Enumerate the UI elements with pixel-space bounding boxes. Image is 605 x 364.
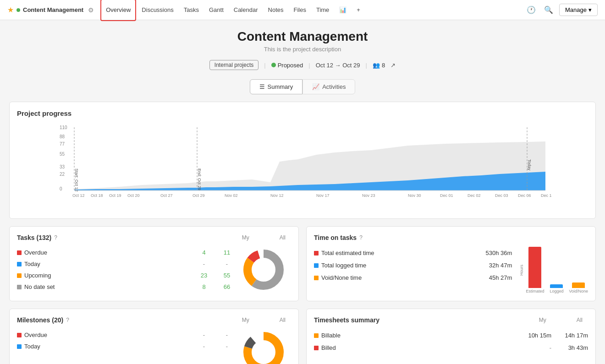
task-row-today: Today - - bbox=[17, 258, 236, 270]
bar-logged-rect bbox=[550, 284, 563, 288]
svg-text:55: 55 bbox=[60, 152, 65, 157]
ts-row-billed: Billed - 3h 43m bbox=[314, 342, 588, 354]
bar-void-rect bbox=[572, 283, 585, 288]
svg-text:Nov 17: Nov 17 bbox=[316, 193, 330, 198]
task-row-overdue: Overdue 4 11 bbox=[17, 247, 236, 258]
bar-void: Void/None bbox=[569, 283, 588, 293]
tasks-all-col: All bbox=[280, 234, 286, 241]
billable-dot bbox=[314, 333, 319, 338]
nav-overview[interactable]: Overview bbox=[100, 0, 136, 21]
svg-text:Oct 19: Oct 19 bbox=[109, 193, 121, 198]
end-label: End: Oct 29 bbox=[197, 168, 202, 190]
logged-value: 32h 47m bbox=[489, 262, 512, 269]
svg-text:Oct 29: Oct 29 bbox=[192, 193, 205, 198]
task-row-upcoming: Upcoming 23 55 bbox=[17, 270, 236, 281]
billable-my: 10h 15m bbox=[515, 332, 551, 339]
tasks-card: Tasks (132) ? My All Overdue 4 11 bbox=[9, 226, 299, 301]
tasks-card-header: Tasks (132) ? My All bbox=[17, 234, 291, 241]
history-icon[interactable]: 🕐 bbox=[524, 3, 538, 17]
progress-chart-svg: 110 88 77 55 33 22 0 Start: Oct 12 End: … bbox=[17, 123, 588, 210]
tasks-donut-svg bbox=[241, 247, 286, 293]
timesheets-my-col: My bbox=[539, 317, 546, 323]
void-dot bbox=[314, 276, 319, 280]
tab-activities[interactable]: 📈 Activities bbox=[302, 79, 355, 94]
nav-tasks[interactable]: Tasks bbox=[179, 0, 204, 20]
members-number: 8 bbox=[382, 62, 385, 69]
milestones-donut-area bbox=[236, 329, 291, 364]
milestones-help-icon[interactable]: ? bbox=[66, 317, 69, 323]
billed-label: Billed bbox=[321, 344, 515, 351]
today-label: Today bbox=[24, 261, 190, 267]
ms-today-my: - bbox=[190, 343, 218, 350]
time-help-icon[interactable]: ? bbox=[359, 234, 363, 241]
gear-icon[interactable]: ⚙ bbox=[88, 6, 94, 14]
today-my: - bbox=[190, 261, 218, 267]
progress-card-title: Project progress bbox=[17, 109, 588, 117]
activities-tab-label: Activities bbox=[322, 83, 346, 90]
milestones-my-col: My bbox=[242, 317, 249, 323]
nav-discussions[interactable]: Discussions bbox=[137, 0, 178, 20]
time-title: Time on tasks bbox=[314, 234, 357, 241]
today-all: - bbox=[218, 261, 236, 267]
tasks-help-icon[interactable]: ? bbox=[54, 234, 57, 241]
void-value: 45h 27m bbox=[489, 274, 512, 281]
milestones-title: Milestones (20) bbox=[17, 316, 63, 324]
billed-dot bbox=[314, 346, 319, 350]
ms-overdue-label: Overdue bbox=[24, 331, 190, 338]
svg-point-29 bbox=[253, 341, 275, 363]
timesheets-list: Billable 10h 15m 14h 17m Billed - 3h 43m bbox=[314, 329, 588, 354]
upcoming-all: 55 bbox=[218, 272, 236, 279]
bar-estimated-rect bbox=[528, 247, 541, 288]
tab-summary[interactable]: ☰ Summary bbox=[250, 79, 303, 94]
edit-icon[interactable]: ↗ bbox=[390, 62, 396, 69]
tabs-row: ☰ Summary 📈 Activities bbox=[9, 79, 596, 94]
nav-files[interactable]: Files bbox=[289, 0, 310, 20]
manage-label: Manage bbox=[565, 6, 587, 13]
search-icon[interactable]: 🔍 bbox=[542, 3, 556, 17]
svg-text:Nov 23: Nov 23 bbox=[362, 193, 375, 198]
nodate-all: 66 bbox=[218, 283, 236, 290]
nav-plus-icon[interactable]: + bbox=[352, 0, 365, 20]
bar-chart-bars: Estimated Logged Void/None bbox=[526, 247, 588, 293]
time-on-tasks-card: Time on tasks ? Total estimated time 530… bbox=[306, 226, 596, 301]
separator2: | bbox=[308, 62, 310, 69]
ms-today-label: Today bbox=[24, 343, 190, 350]
nav-time[interactable]: Time bbox=[312, 0, 334, 20]
billed-all: 3h 43m bbox=[551, 344, 588, 351]
time-row-estimated: Total estimated time 530h 36m bbox=[314, 247, 512, 259]
nav-notes[interactable]: Notes bbox=[264, 0, 288, 20]
upcoming-dot bbox=[17, 273, 22, 278]
milestones-card-header: Milestones (20) ? My All bbox=[17, 316, 291, 324]
timesheets-all-col: All bbox=[577, 317, 583, 323]
milestones-list: Overdue - - Today - - bbox=[17, 329, 236, 364]
manage-button[interactable]: Manage ▾ bbox=[559, 4, 598, 16]
nav-chart-icon[interactable]: 📊 bbox=[335, 0, 351, 20]
timesheets-title: Timesheets summary bbox=[314, 316, 380, 324]
star-icon[interactable]: ★ bbox=[7, 5, 14, 14]
milestones-content: Overdue - - Today - - bbox=[17, 329, 291, 364]
time-list: Total estimated time 530h 36m Total logg… bbox=[314, 247, 512, 293]
billable-all: 14h 17m bbox=[551, 332, 588, 339]
milestones-all-col: All bbox=[280, 317, 286, 323]
svg-text:Dec 01: Dec 01 bbox=[440, 193, 453, 198]
svg-text:Oct 12: Oct 12 bbox=[72, 193, 85, 198]
project-name: Content Management bbox=[23, 6, 83, 13]
nodate-label: No date set bbox=[24, 283, 190, 290]
time-row-void: Void/None time 45h 27m bbox=[314, 272, 512, 284]
date-range: Oct 12 → Oct 29 bbox=[316, 62, 360, 69]
status-dot-green bbox=[271, 63, 276, 67]
nav-calendar[interactable]: Calendar bbox=[229, 0, 263, 20]
progress-chart-container: 110 88 77 55 33 22 0 Start: Oct 12 End: … bbox=[17, 123, 588, 211]
bar-estimated: Estimated bbox=[526, 247, 544, 293]
separator3: | bbox=[366, 62, 367, 69]
activities-tab-icon: 📈 bbox=[312, 83, 319, 90]
nav-gantt[interactable]: Gantt bbox=[204, 0, 228, 20]
svg-text:Dec 06: Dec 06 bbox=[518, 193, 531, 198]
svg-text:Oct 18: Oct 18 bbox=[91, 193, 103, 198]
estimated-value: 530h 36m bbox=[486, 250, 512, 256]
bar-logged: Logged bbox=[550, 284, 563, 293]
svg-text:Nov 30: Nov 30 bbox=[408, 193, 421, 198]
ms-today-all: - bbox=[218, 343, 236, 350]
internal-projects-badge: Internal projects bbox=[209, 60, 258, 70]
svg-text:Oct 27: Oct 27 bbox=[160, 193, 173, 198]
